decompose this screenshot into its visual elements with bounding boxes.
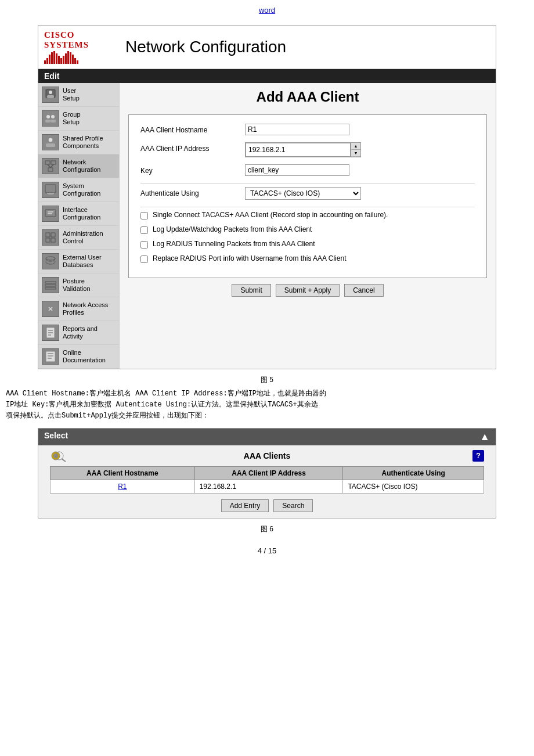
- form-buttons: Submit Submit + Apply Cancel: [128, 284, 487, 297]
- external-icon: [42, 253, 59, 269]
- wave-bar-14: [74, 58, 76, 64]
- ip-address-input[interactable]: [246, 143, 351, 157]
- ip-scroll-down[interactable]: ▼: [351, 150, 360, 157]
- svg-point-4: [51, 115, 55, 118]
- svg-rect-27: [45, 287, 56, 289]
- word-link[interactable]: word: [259, 6, 275, 15]
- submit-apply-button[interactable]: Submit + Apply: [276, 284, 340, 297]
- wave-bar-4: [51, 52, 53, 64]
- checkbox-text-4: Replace RADIUS Port info with Username f…: [153, 254, 346, 262]
- wave-bar-3: [49, 55, 50, 64]
- system-icon: [42, 182, 59, 198]
- sidebar-item-external-user-databases[interactable]: External UserDatabases: [38, 250, 119, 273]
- interface-icon: [42, 206, 59, 222]
- sidebar-label-group-setup: GroupSetup: [63, 111, 81, 126]
- cisco-logo: Cisco Systems: [44, 30, 120, 64]
- ip-address-input-area: ▲ ▼: [245, 142, 475, 157]
- hostname-link[interactable]: R1: [118, 483, 127, 491]
- desc-line-1: AAA Client Hostname:客户端主机名 AAA Client IP…: [6, 390, 326, 398]
- description-text: AAA Client Hostname:客户端主机名 AAA Client IP…: [0, 388, 534, 422]
- admin-icon: [42, 229, 59, 246]
- auth-select[interactable]: TACACS+ (Cisco IOS) RADIUS TACACS+ (Cisc…: [245, 187, 361, 200]
- select-bar: Select ▲: [38, 429, 496, 445]
- auth-input-area: TACACS+ (Cisco IOS) RADIUS TACACS+ (Cisc…: [245, 187, 475, 200]
- checkbox-log-radius[interactable]: [140, 241, 148, 249]
- checkbox-log-update[interactable]: [140, 226, 148, 234]
- form-divider: [140, 183, 475, 183]
- table-header-row: AAA Client Hostname AAA Client IP Addres…: [50, 466, 484, 480]
- sidebar-item-group-setup[interactable]: GroupSetup: [38, 107, 119, 131]
- checkbox-single-connect[interactable]: [140, 212, 148, 219]
- sidebar-label-posture-validation: PostureValidation: [63, 278, 91, 293]
- checkbox-row-2: Log Update/Watchdog Packets from this AA…: [140, 225, 475, 234]
- desc-line-2: IP地址 Key:客户机用来加密数据 Autenticate Using:认证方…: [6, 401, 318, 409]
- sidebar-label-network-configuration: NetworkConfiguration: [63, 159, 100, 174]
- select-section: Select ▲ AAA Clients ? AAA Client Hostna…: [38, 428, 496, 519]
- hostname-input[interactable]: [245, 124, 349, 135]
- checkbox-text-2: Log Update/Watchdog Packets from this AA…: [153, 225, 312, 233]
- th-authenticate-using: Authenticate Using: [343, 466, 484, 480]
- auth-select-wrapper: TACACS+ (Cisco IOS) RADIUS TACACS+ (Cisc…: [245, 187, 475, 200]
- auth-label: Authenticate Using: [140, 187, 245, 197]
- select-buttons: Add Entry Search: [50, 499, 484, 512]
- svg-rect-6: [50, 120, 56, 123]
- page-title: Network Configuration: [125, 38, 286, 56]
- svg-rect-26: [45, 285, 56, 286]
- form-divider-2: [140, 207, 475, 207]
- caption-1: 图 5: [0, 375, 534, 385]
- desc-line-3: 项保持默认。点击Submit+Apply提交并应用按钮，出现如下图：: [6, 412, 209, 420]
- wave-bar-10: [65, 53, 67, 64]
- key-row: Key: [140, 164, 475, 176]
- docs-icon: [42, 348, 59, 365]
- svg-rect-33: [46, 351, 55, 362]
- key-input-area: [245, 164, 475, 176]
- svg-rect-25: [45, 282, 56, 283]
- profile-icon: [42, 134, 59, 150]
- svg-rect-8: [46, 143, 55, 147]
- key-input[interactable]: [245, 164, 349, 176]
- sidebar-item-shared-profile[interactable]: Shared ProfileComponents: [38, 131, 119, 154]
- sidebar-item-interface-configuration[interactable]: InterfaceConfiguration: [38, 202, 119, 226]
- hostname-input-area: [245, 124, 475, 135]
- sidebar-item-online-documentation[interactable]: OnlineDocumentation: [38, 345, 119, 369]
- sidebar-label-interface-configuration: InterfaceConfiguration: [63, 206, 100, 221]
- cancel-button[interactable]: Cancel: [344, 284, 383, 297]
- ip-scroll-up[interactable]: ▲: [351, 143, 360, 150]
- user-icon: [42, 87, 59, 103]
- aaa-clients-table: AAA Client Hostname AAA Client IP Addres…: [50, 466, 484, 494]
- sidebar-label-external-user-databases: External UserDatabases: [63, 254, 102, 269]
- select-content: AAA Clients ? AAA Client Hostname AAA Cl…: [38, 445, 496, 518]
- submit-button[interactable]: Submit: [232, 284, 270, 297]
- td-hostname: R1: [50, 480, 195, 493]
- svg-line-12: [48, 164, 50, 168]
- page-number: 4 / 15: [0, 538, 534, 564]
- sidebar-item-network-configuration[interactable]: NetworkConfiguration: [38, 154, 119, 178]
- td-auth: TACACS+ (Cisco IOS): [343, 480, 484, 493]
- svg-rect-21: [51, 233, 55, 237]
- select-bar-label: Select: [44, 431, 68, 443]
- sidebar-item-user-setup[interactable]: UserSetup: [38, 83, 119, 107]
- svg-rect-15: [48, 194, 53, 195]
- svg-point-1: [49, 91, 52, 94]
- search-icon-area: [50, 449, 67, 462]
- sidebar-item-reports-activity[interactable]: Reports andActivity: [38, 321, 119, 345]
- checkbox-replace-radius[interactable]: [140, 255, 148, 263]
- help-icon[interactable]: ?: [472, 450, 484, 462]
- checkbox-text-1: Single Connect TACACS+ AAA Client (Recor…: [153, 211, 388, 219]
- sidebar-item-network-access-profiles[interactable]: Network AccessProfiles: [38, 297, 119, 321]
- sidebar-item-system-configuration[interactable]: SystemConfiguration: [38, 178, 119, 202]
- wave-bar-8: [60, 58, 62, 64]
- sidebar-item-posture-validation[interactable]: PostureValidation: [38, 273, 119, 297]
- svg-point-39: [53, 453, 58, 458]
- wave-bar-7: [58, 56, 60, 64]
- top-link-area: word: [0, 0, 534, 19]
- sidebar-label-administration-control: AdministrationControl: [63, 230, 103, 245]
- wave-bar-15: [77, 60, 78, 64]
- ip-address-label: AAA Client IP Address: [140, 142, 245, 153]
- form-box: AAA Client Hostname AAA Client IP Addres…: [128, 114, 487, 278]
- search-button[interactable]: Search: [273, 499, 313, 512]
- add-entry-button[interactable]: Add Entry: [221, 499, 269, 512]
- content-area: Add AAA Client AAA Client Hostname AAA C…: [120, 83, 496, 369]
- sidebar-item-administration-control[interactable]: AdministrationControl: [38, 226, 119, 250]
- wave-bar-1: [44, 60, 46, 64]
